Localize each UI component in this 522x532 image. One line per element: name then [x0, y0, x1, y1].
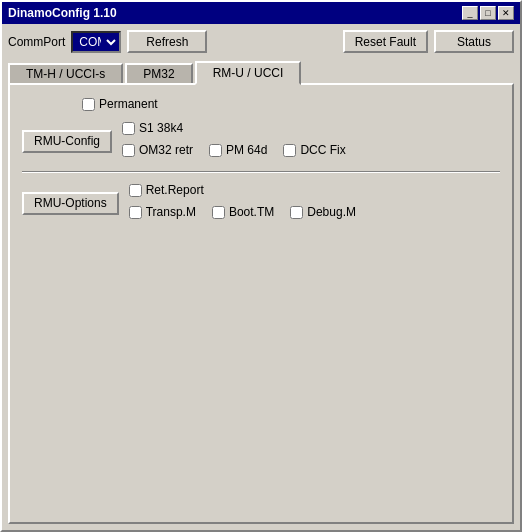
dcc-fix-label: DCC Fix: [300, 143, 345, 157]
pm-64d-label: PM 64d: [226, 143, 267, 157]
pm-64d-group: PM 64d: [209, 143, 267, 157]
ret-report-label: Ret.Report: [146, 183, 204, 197]
main-window: DinamoConfig 1.10 _ □ ✕ CommPort COM1 Re…: [0, 0, 522, 532]
section-divider: [22, 171, 500, 173]
rmu-options-button[interactable]: RMU-Options: [22, 192, 119, 215]
permanent-checkbox[interactable]: [82, 98, 95, 111]
rmu-config-right: S1 38k4 OM32 retr PM 64d: [122, 121, 346, 161]
dcc-fix-checkbox[interactable]: [283, 144, 296, 157]
om32-retr-label: OM32 retr: [139, 143, 193, 157]
toolbar: CommPort COM1 Refresh Reset Fault Status: [8, 30, 514, 53]
transp-m-group: Transp.M: [129, 205, 196, 219]
window-title: DinamoConfig 1.10: [8, 6, 117, 20]
permanent-group: Permanent: [82, 97, 500, 111]
status-button[interactable]: Status: [434, 30, 514, 53]
rmu-config-section: RMU-Config S1 38k4 OM32 retr: [22, 121, 500, 161]
close-button[interactable]: ✕: [498, 6, 514, 20]
s1-38k4-label: S1 38k4: [139, 121, 183, 135]
rmu-checkboxes-row: OM32 retr PM 64d DCC Fix: [122, 143, 346, 161]
s1-38k4-group: S1 38k4: [122, 121, 346, 135]
dcc-fix-group: DCC Fix: [283, 143, 345, 157]
debug-m-label: Debug.M: [307, 205, 356, 219]
maximize-button[interactable]: □: [480, 6, 496, 20]
ret-report-group: Ret.Report: [129, 183, 356, 197]
minimize-button[interactable]: _: [462, 6, 478, 20]
refresh-button[interactable]: Refresh: [127, 30, 207, 53]
boot-tm-label: Boot.TM: [229, 205, 274, 219]
title-bar-buttons: _ □ ✕: [462, 6, 514, 20]
pm-64d-checkbox[interactable]: [209, 144, 222, 157]
rmu-options-right: Ret.Report Transp.M Boot.TM: [129, 183, 356, 223]
permanent-row: Permanent: [82, 97, 500, 111]
debug-m-checkbox[interactable]: [290, 206, 303, 219]
title-bar: DinamoConfig 1.10 _ □ ✕: [2, 2, 520, 24]
rmu-config-left: RMU-Config: [22, 121, 112, 161]
rmu-options-section: RMU-Options Ret.Report Transp.M: [22, 183, 500, 223]
boot-tm-group: Boot.TM: [212, 205, 274, 219]
rmu-config-button[interactable]: RMU-Config: [22, 130, 112, 153]
s1-38k4-checkbox[interactable]: [122, 122, 135, 135]
rmu-options-left: RMU-Options: [22, 183, 119, 223]
permanent-label: Permanent: [99, 97, 158, 111]
tabs-container: TM-H / UCCI-s PM32 RM-U / UCCI Permanent: [8, 59, 514, 524]
om32-retr-checkbox[interactable]: [122, 144, 135, 157]
options-checkboxes-row: Transp.M Boot.TM Debug.M: [129, 205, 356, 223]
ret-report-checkbox[interactable]: [129, 184, 142, 197]
commport-label: CommPort: [8, 35, 65, 49]
tab-rm-u[interactable]: RM-U / UCCI: [195, 61, 302, 85]
debug-m-group: Debug.M: [290, 205, 356, 219]
tab-row: TM-H / UCCI-s PM32 RM-U / UCCI: [8, 61, 514, 85]
om32-retr-group: OM32 retr: [122, 143, 193, 157]
commport-select[interactable]: COM1: [71, 31, 121, 53]
transp-m-label: Transp.M: [146, 205, 196, 219]
tab-pm32[interactable]: PM32: [125, 63, 192, 85]
reset-fault-button[interactable]: Reset Fault: [343, 30, 428, 53]
boot-tm-checkbox[interactable]: [212, 206, 225, 219]
window-body: CommPort COM1 Refresh Reset Fault Status…: [2, 24, 520, 530]
transp-m-checkbox[interactable]: [129, 206, 142, 219]
tab-tm-h[interactable]: TM-H / UCCI-s: [8, 63, 123, 85]
tab-content-rm-u: Permanent RMU-Config S1 38k4: [8, 83, 514, 524]
